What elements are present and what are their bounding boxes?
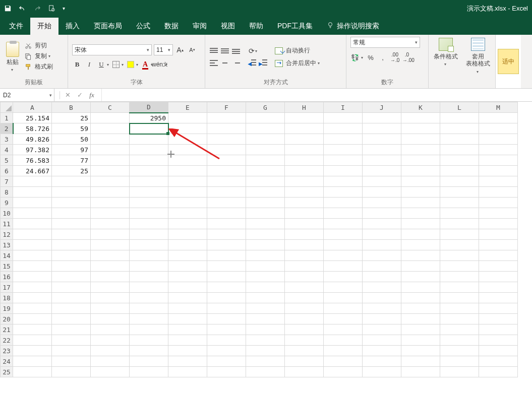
cell-style-swatch[interactable]: 适中 [498,49,519,74]
cell[interactable] [324,208,363,219]
cell[interactable] [363,113,401,123]
cell[interactable] [324,335,363,346]
cell[interactable] [130,261,168,272]
cell[interactable] [130,176,168,187]
cell[interactable] [479,145,518,155]
cell[interactable] [130,356,168,367]
cell[interactable] [324,356,363,367]
chevron-down-icon[interactable]: ▾ [136,62,138,67]
cell[interactable] [13,324,52,335]
cell[interactable] [168,356,207,367]
cell[interactable] [363,293,401,303]
cell[interactable] [168,250,207,261]
cell[interactable] [168,335,207,346]
cell[interactable]: 24.667 [13,166,52,176]
cell[interactable] [440,261,479,272]
cell[interactable] [363,187,401,198]
cell[interactable] [91,346,130,356]
cell[interactable] [285,229,324,240]
cell[interactable] [207,123,246,134]
cell[interactable] [168,303,207,314]
cell[interactable] [168,272,207,282]
cell[interactable] [52,261,91,272]
decrease-indent-button[interactable]: ▶ [248,59,257,67]
cell[interactable] [52,187,91,198]
cell[interactable] [440,314,479,324]
cell[interactable] [207,314,246,324]
cell[interactable]: 58.726 [13,123,52,134]
cell[interactable] [324,303,363,314]
cell[interactable] [363,155,401,166]
cell[interactable] [440,324,479,335]
cell[interactable] [324,187,363,198]
cell[interactable] [13,272,52,282]
cell[interactable] [91,198,130,208]
cell[interactable] [479,166,518,176]
cell[interactable] [13,335,52,346]
cell[interactable] [440,219,479,229]
cell[interactable] [440,250,479,261]
cell[interactable] [479,155,518,166]
row-header[interactable]: 22 [1,335,13,346]
cell[interactable] [207,176,246,187]
copy-button[interactable]: 复制 ▾ [23,51,54,61]
cell[interactable] [168,219,207,229]
conditional-format-button[interactable]: 条件格式 ▾ [434,38,458,67]
cell[interactable] [363,324,401,335]
cell[interactable] [207,272,246,282]
cell[interactable] [91,166,130,176]
cell[interactable] [207,208,246,219]
cell[interactable] [91,219,130,229]
cell[interactable] [401,261,440,272]
cell[interactable] [91,314,130,324]
cell[interactable] [285,123,324,134]
align-right-button[interactable] [231,59,241,67]
row-header[interactable]: 7 [1,176,13,187]
cell[interactable] [363,166,401,176]
cell[interactable] [401,335,440,346]
cell[interactable] [363,367,401,377]
cell[interactable] [130,219,168,229]
increase-decimal-button[interactable]: .00→.0 [390,52,399,63]
align-top-button[interactable] [209,47,218,55]
cell[interactable] [130,346,168,356]
cell[interactable] [401,346,440,356]
cell[interactable] [246,314,285,324]
cell[interactable] [246,367,285,377]
cell[interactable] [285,113,324,123]
row-header[interactable]: 8 [1,187,13,198]
column-header[interactable]: F [207,102,246,113]
cell[interactable] [401,113,440,123]
cell[interactable] [246,187,285,198]
paste-button[interactable]: 粘贴 ▾ [4,41,21,73]
cell[interactable] [13,240,52,250]
cell[interactable] [401,229,440,240]
cell[interactable] [479,134,518,145]
cell[interactable] [13,208,52,219]
cell[interactable] [285,314,324,324]
merge-center-button[interactable]: 合并后居中 ▾ [275,59,320,68]
italic-button[interactable]: I [84,59,94,70]
number-format-combo[interactable]: 常规▾ [350,37,420,48]
column-header[interactable]: H [285,102,324,113]
cell[interactable] [440,134,479,145]
cell[interactable] [324,155,363,166]
cell[interactable] [13,176,52,187]
cell[interactable] [13,282,52,293]
cell[interactable] [285,261,324,272]
cell[interactable] [130,123,168,134]
cell[interactable] [401,145,440,155]
cell[interactable] [13,219,52,229]
row-header[interactable]: 13 [1,240,13,250]
cell[interactable] [52,367,91,377]
print-preview-icon[interactable] [48,5,55,12]
row-header[interactable]: 19 [1,303,13,314]
cell[interactable] [324,145,363,155]
cell[interactable] [246,208,285,219]
cell[interactable] [52,314,91,324]
row-header[interactable]: 10 [1,208,13,219]
cell[interactable] [246,356,285,367]
cell[interactable] [440,303,479,314]
cell[interactable] [207,187,246,198]
cell[interactable] [168,229,207,240]
